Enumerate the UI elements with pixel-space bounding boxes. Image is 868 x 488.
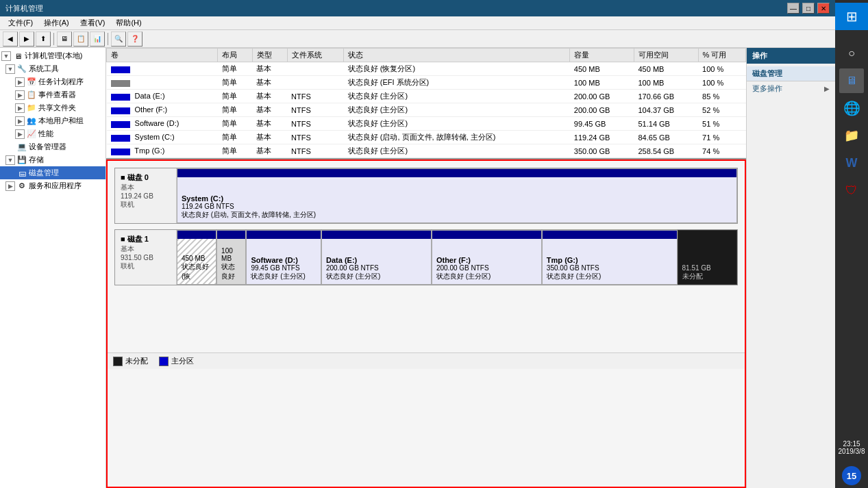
cell-type: 基本 [252,90,287,103]
table-row[interactable]: Data (E:) 简单 基本 NTFS 状态良好 (主分区) 200.00 G… [107,90,746,103]
sidebar-item-performance[interactable]: ▶ 📈 性能 [0,127,106,140]
menu-file[interactable]: 文件(F) [3,16,38,29]
menu-help[interactable]: 帮助(H) [110,16,147,29]
sidebar-item-systemtools[interactable]: ▼ 🔧 系统工具 [0,62,106,75]
taskbar-search[interactable]: ○ [839,41,864,66]
toolbar: ◀ ▶ ⬆ 🖥 📋 📊 🔍 ❓ [0,30,835,48]
sidebar-item-services[interactable]: ▶ ⚙ 服务和应用程序 [0,179,106,192]
disk0-partition-c[interactable]: System (C:) 119.24 GB NTFS 状态良好 (启动, 页面文… [177,168,737,223]
minimize-button[interactable]: — [787,3,799,14]
sidebar-item-localusers[interactable]: ▶ 👥 本地用户和组 [0,114,106,127]
storage-icon: 💾 [16,155,27,165]
disk1-row: ■ 磁盘 1 基本 931.50 GB 联机 450 MB 状态 [114,229,738,285]
sidebar-item-devicemgr[interactable]: 💻 设备管理器 [0,140,106,153]
disk1-partition-unalloc[interactable]: 81.51 GB 未分配 [678,230,737,285]
disk0-partition-header [177,169,736,177]
action-arrow: ▶ [824,85,830,92]
sidebar-item-sharedfolder[interactable]: ▶ 📁 共享文件夹 [0,101,106,114]
volume-name: Other (F:) [135,105,168,114]
sidebar-item-diskmgmt[interactable]: 🖴 磁盘管理 [0,166,106,179]
sidebar-item-eventviewer[interactable]: ▶ 📋 事件查看器 [0,88,106,101]
storage-expand[interactable]: ▼ [5,155,15,165]
sidebar-item-taskscheduler[interactable]: ▶ 📅 任务计划程序 [0,75,106,88]
taskbar-compmgmt[interactable]: 🖥 [839,68,864,93]
disk1-partition-recovery[interactable]: 450 MB 状态良好 (恢 [177,230,216,285]
disk1-unalloc-size: 81.51 GB [682,264,732,272]
sidebar-root-expand[interactable]: ▼ [1,51,11,61]
toolbar-btn1[interactable]: 🖥 [57,31,72,47]
toolbar-sep1 [53,33,54,45]
disk1-g-header [543,231,677,239]
start-button[interactable]: ⊞ [835,3,868,30]
taskscheduler-expand[interactable]: ▶ [15,77,25,87]
disk1-type: 基本 [121,244,171,254]
menu-view[interactable]: 查看(V) [75,16,111,29]
sharedfolder-expand[interactable]: ▶ [15,103,25,113]
menu-action[interactable]: 操作(A) [38,16,75,29]
close-button[interactable]: ✕ [817,3,830,14]
eventviewer-label: 事件查看器 [38,90,76,100]
toolbar-btn3[interactable]: 📊 [90,31,105,47]
disk1-partition-f[interactable]: Other (F:) 200.00 GB NTFS 状态良好 (主分区) [432,230,542,285]
title-bar: 计算机管理 — □ ✕ [0,0,835,16]
services-icon: ⚙ [16,181,27,191]
taskbar-word[interactable]: W [839,151,864,175]
disk1-partition-g[interactable]: Tmp (G:) 350.00 GB NTFS 状态良好 (主分区) [542,230,678,285]
action-more[interactable]: 更多操作 ▶ [747,81,835,96]
taskbar-explorer[interactable]: 📁 [839,123,864,148]
toolbar-sep2 [108,33,108,45]
diskmgmt-icon: 🖴 [16,168,27,178]
maximize-button[interactable]: □ [802,3,815,14]
disk0-partitions: System (C:) 119.24 GB NTFS 状态良好 (启动, 页面文… [177,168,737,223]
table-row[interactable]: 简单 基本 状态良好 (EFI 系统分区) 100 MB 100 MB 100 … [107,76,746,90]
cell-pct: 74 % [698,144,745,158]
disk1-e-header [322,231,431,239]
eventviewer-icon: 📋 [26,90,37,100]
disk1-recovery-header [177,231,216,239]
toolbar-up[interactable]: ⬆ [36,31,51,47]
localusers-icon: 👥 [26,116,37,126]
toolbar-btn4[interactable]: 🔍 [111,31,126,47]
toolbar-btn5[interactable]: ❓ [127,31,142,47]
systemtools-expand[interactable]: ▼ [5,64,15,74]
disk1-partition-e[interactable]: Data (E:) 200.00 GB NTFS 状态良好 (主分区) [321,230,432,285]
cell-fs: NTFS [287,131,344,144]
toolbar-back[interactable]: ◀ [3,31,18,47]
legend-bar: 未分配 主分区 [108,352,745,369]
sidebar-root-label: 计算机管理(本地) [25,51,82,61]
table-row[interactable]: Other (F:) 简单 基本 NTFS 状态良好 (主分区) 200.00 … [107,103,746,117]
taskbar-right: ⊞ ○ 🖥 🌐 📁 W 🛡 23:15 2019/3/8 15 [835,0,868,488]
right-panel: 卷 布局 类型 文件系统 状态 容量 可用空间 % 可用 [106,48,746,488]
sidebar-root[interactable]: ▼ 🖥 计算机管理(本地) [0,49,106,62]
disk0-partition-status: 状态良好 (启动, 页面文件, 故障转储, 主分区) [182,210,732,220]
disk-visual-inner: ■ 磁盘 0 基本 119.24 GB 联机 System (C:) [108,161,745,352]
performance-expand[interactable]: ▶ [15,129,25,139]
toolbar-forward[interactable]: ▶ [19,31,34,47]
disk1-e-content: Data (E:) 200.00 GB NTFS 状态良好 (主分区) [326,256,427,281]
taskbar-chrome[interactable]: 🌐 [839,96,864,120]
sidebar-item-storage[interactable]: ▼ 💾 存储 [0,153,106,166]
disk1-partition-d[interactable]: Software (D:) 99.45 GB NTFS 状态良好 (主分区) [246,230,321,285]
cell-layout: 简单 [218,131,253,144]
toolbar-btn2[interactable]: 📋 [73,31,88,47]
table-row[interactable]: Tmp (G:) 简单 基本 NTFS 状态良好 (主分区) 350.00 GB… [107,144,746,158]
cell-layout: 简单 [218,117,253,131]
cell-fs: NTFS [287,103,344,117]
table-row[interactable]: System (C:) 简单 基本 NTFS 状态良好 (启动, 页面文件, 故… [107,131,746,144]
services-expand[interactable]: ▶ [5,181,15,191]
table-row[interactable]: 简单 基本 状态良好 (恢复分区) 450 MB 450 MB 100 % [107,62,746,76]
disk1-efi-size: 100 MB [221,247,241,262]
taskbar-shield[interactable]: 🛡 [839,178,864,203]
disk1-partition-efi[interactable]: 100 MB 状态良好 [216,230,246,285]
disk1-f-content: Other (F:) 200.00 GB NTFS 状态良好 (主分区) [436,256,537,281]
localusers-expand[interactable]: ▶ [15,116,25,126]
table-row[interactable]: Software (D:) 简单 基本 NTFS 状态良好 (主分区) 99.4… [107,117,746,131]
cell-pct: 52 % [698,103,745,117]
disk1-recovery-status: 状态良好 (恢 [182,262,212,281]
cell-status: 状态良好 (EFI 系统分区) [344,76,570,90]
eventviewer-expand[interactable]: ▶ [15,90,25,100]
cell-status: 状态良好 (主分区) [344,117,570,131]
legend-main: 主分区 [159,356,194,366]
systemtools-icon: 🔧 [16,64,27,74]
col-volume: 卷 [107,49,218,62]
